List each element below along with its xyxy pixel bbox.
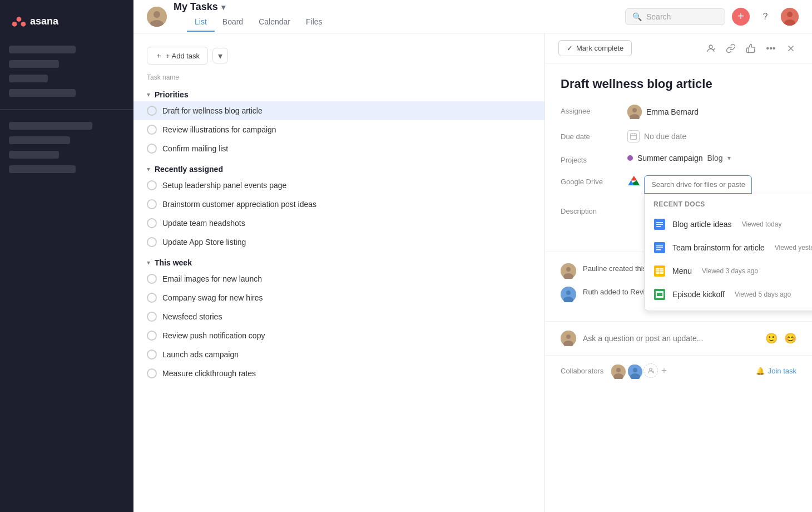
plus-button[interactable]: + — [732, 8, 750, 26]
assign-icon[interactable] — [703, 41, 719, 56]
svg-point-37 — [616, 368, 621, 372]
task-item[interactable]: Setup leadership panel events page — [133, 176, 544, 195]
gdrive-doc-item[interactable]: Team brainstorm for article Viewed yeste… — [645, 236, 812, 259]
collaborators-label: Collaborators — [561, 367, 603, 375]
task-item[interactable]: Update team headshots — [133, 214, 544, 233]
projects-label: Projects — [561, 154, 627, 164]
svg-rect-15 — [656, 222, 663, 223]
section-priorities[interactable]: ▾ Priorities — [133, 83, 544, 101]
tab-calendar[interactable]: Calendar — [251, 13, 298, 32]
task-item[interactable]: Confirm mailing list — [133, 139, 544, 158]
search-box[interactable]: 🔍 Search — [625, 8, 725, 25]
comment-avatar — [561, 331, 576, 346]
section-this-week[interactable]: ▾ This week — [133, 252, 544, 269]
emoji-icon[interactable]: 🙂 — [765, 332, 778, 344]
add-task-dropdown[interactable]: ▾ — [212, 48, 228, 63]
task-checkbox[interactable] — [147, 274, 157, 284]
svg-point-7 — [787, 12, 793, 17]
link-icon[interactable] — [723, 41, 739, 56]
svg-point-11 — [632, 108, 637, 112]
task-checkbox[interactable] — [147, 218, 157, 228]
tab-board[interactable]: Board — [215, 13, 251, 32]
comment-input[interactable] — [583, 334, 759, 343]
add-collaborator-button[interactable] — [643, 363, 658, 378]
gdrive-doc-item[interactable]: Episode kickoff Viewed 5 days ago — [645, 283, 812, 306]
task-item[interactable]: Measure clickthrough rates — [133, 364, 544, 383]
section-title: Priorities — [155, 90, 189, 99]
sidebar-nav-7 — [9, 151, 59, 159]
search-icon: 🔍 — [632, 12, 642, 21]
plus-icon: ＋ — [155, 51, 162, 61]
gdrive-doc-name: Team brainstorm for article — [672, 243, 765, 252]
due-date-row: Due date No due date — [561, 130, 796, 142]
task-checkbox[interactable] — [147, 293, 157, 303]
google-drive-icon — [627, 175, 640, 188]
svg-point-34 — [566, 334, 571, 339]
due-date-label: Due date — [561, 130, 627, 141]
task-checkbox[interactable] — [147, 125, 157, 135]
task-item[interactable]: Brainstorm customer appreciation post id… — [133, 195, 544, 214]
task-item[interactable]: Email images for new launch — [133, 269, 544, 288]
sidebar-nav-8 — [9, 165, 76, 173]
page-title: My Tasks ▾ — [174, 1, 330, 13]
task-checkbox[interactable] — [147, 331, 157, 341]
google-doc-icon — [653, 242, 666, 254]
task-label: Launch ads campaign — [162, 350, 239, 359]
close-icon[interactable] — [783, 41, 799, 56]
task-item[interactable]: Update App Store listing — [133, 233, 544, 252]
task-checkbox[interactable] — [147, 199, 157, 209]
add-task-button[interactable]: ＋ + Add task — [147, 47, 208, 65]
svg-point-0 — [17, 17, 22, 22]
task-item[interactable]: Draft for wellness blog article — [133, 101, 544, 120]
svg-point-40 — [633, 368, 637, 372]
mark-complete-button[interactable]: ✓ Mark complete — [558, 40, 632, 56]
sidebar-nav-5 — [9, 122, 92, 130]
task-item[interactable]: Launch ads campaign — [133, 345, 544, 364]
section-recently-assigned[interactable]: ▾ Recently assigned — [133, 158, 544, 176]
task-item[interactable]: Review illustrations for campaign — [133, 120, 544, 139]
tab-files[interactable]: Files — [298, 13, 330, 32]
join-task-button[interactable]: 🔔 Join task — [756, 367, 796, 375]
asana-logo: asana — [11, 13, 122, 29]
header-tabs: List Board Calendar Files — [187, 13, 330, 32]
emoji-smile-icon[interactable]: 😊 — [784, 332, 796, 344]
gdrive-doc-time: Viewed 3 days ago — [702, 267, 758, 275]
svg-rect-21 — [656, 249, 661, 250]
task-checkbox[interactable] — [147, 180, 157, 190]
task-checkbox[interactable] — [147, 312, 157, 322]
recent-docs-label: Recent docs — [645, 200, 812, 213]
section-title: Recently assigned — [155, 165, 223, 174]
google-drive-search-input[interactable] — [644, 175, 752, 194]
svg-point-42 — [650, 368, 652, 371]
task-checkbox[interactable] — [147, 368, 157, 378]
task-checkbox[interactable] — [147, 237, 157, 247]
task-label: Update App Store listing — [162, 238, 246, 247]
detail-content: Draft wellness blog article Assignee Emm… — [545, 63, 812, 252]
svg-rect-26 — [657, 293, 662, 296]
task-item[interactable]: Review push notification copy — [133, 326, 544, 345]
user-avatar[interactable] — [781, 8, 799, 26]
tab-list[interactable]: List — [187, 13, 215, 32]
gdrive-doc-item[interactable]: Menu Viewed 3 days ago — [645, 259, 812, 283]
svg-point-28 — [566, 267, 571, 272]
svg-rect-13 — [631, 134, 637, 140]
like-icon[interactable] — [743, 41, 759, 56]
task-checkbox[interactable] — [147, 106, 157, 116]
task-checkbox[interactable] — [147, 349, 157, 360]
collaborator-avatar — [610, 363, 625, 378]
more-options-icon[interactable]: ••• — [763, 41, 779, 56]
gdrive-doc-time: Viewed today — [742, 220, 782, 228]
gdrive-doc-name: Blog article ideas — [672, 220, 732, 229]
add-more-collaborators-icon[interactable]: + — [661, 366, 666, 376]
title-dropdown-icon[interactable]: ▾ — [221, 3, 225, 12]
task-item[interactable]: Newsfeed stories — [133, 307, 544, 326]
due-date-value: No due date — [627, 130, 686, 142]
task-checkbox[interactable] — [147, 144, 157, 154]
help-icon[interactable]: ? — [756, 8, 774, 26]
sidebar-nav-4 — [9, 89, 76, 97]
task-item[interactable]: Company swag for new hires — [133, 288, 544, 307]
google-drive-search-container: Recent docs Blog article ideas Viewed to… — [644, 175, 752, 194]
svg-rect-17 — [656, 226, 661, 227]
projects-row: Projects Summer campaign Blog ▾ — [561, 154, 796, 164]
gdrive-doc-item[interactable]: Blog article ideas Viewed today — [645, 213, 812, 236]
